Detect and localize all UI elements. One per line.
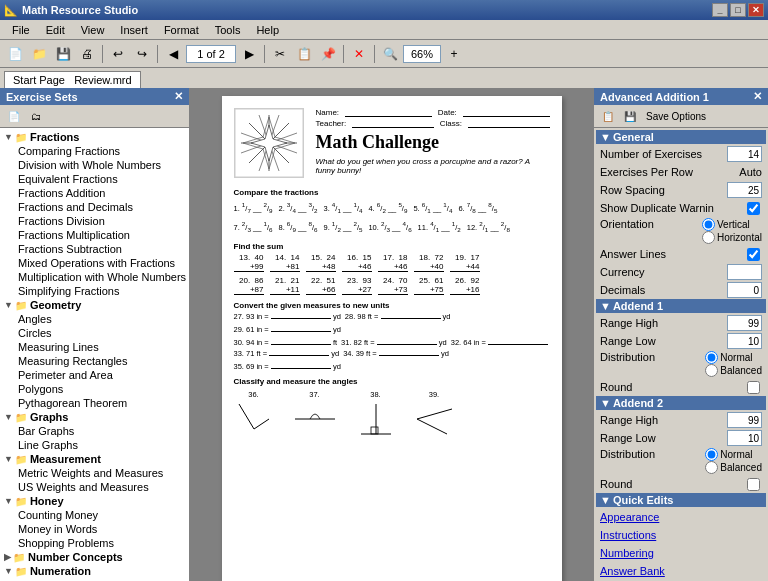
num-exercises-input[interactable] (727, 146, 762, 162)
close-button[interactable]: ✕ (748, 3, 764, 17)
doc-container[interactable]: Name: Date: Teacher: Class: Math Challen… (190, 88, 593, 581)
tree-item-comparing-fractions[interactable]: Comparing Fractions (16, 144, 187, 158)
save-button[interactable]: 💾 (52, 43, 74, 65)
section-addend1-header[interactable]: ▼ Addend 1 (596, 299, 766, 313)
zoom-input[interactable] (403, 45, 441, 63)
section-addend2-header[interactable]: ▼ Addend 2 (596, 396, 766, 410)
cut-button[interactable]: ✂ (269, 43, 291, 65)
menu-format[interactable]: Format (156, 22, 207, 38)
tree-parent-graphs[interactable]: ▼ 📁 Graphs (2, 410, 187, 424)
next-page-button[interactable]: ▶ (238, 43, 260, 65)
right-panel-close-icon[interactable]: ✕ (753, 90, 762, 103)
addend1-low-input[interactable] (727, 333, 762, 349)
addend1-balanced-radio[interactable] (705, 364, 718, 377)
row-spacing-input[interactable] (727, 182, 762, 198)
orientation-horizontal-radio[interactable] (702, 231, 715, 244)
redo-button[interactable]: ↪ (131, 43, 153, 65)
addend1-round-checkbox[interactable] (747, 381, 760, 394)
menu-edit[interactable]: Edit (38, 22, 73, 38)
left-panel-close-icon[interactable]: ✕ (174, 90, 183, 103)
tree-item-fractions-multiplication[interactable]: Fractions Multiplication (16, 228, 187, 242)
copy-button[interactable]: 📋 (293, 43, 315, 65)
tree-item-counting-money[interactable]: Counting Money (16, 508, 187, 522)
app-title: Math Resource Studio (22, 4, 138, 16)
tree-item-mixed-operations[interactable]: Mixed Operations with Fractions (16, 256, 187, 270)
tree-item-division-whole[interactable]: Division with Whole Numbers (16, 158, 187, 172)
answer-bank-link[interactable]: Answer Bank (600, 565, 762, 577)
menu-tools[interactable]: Tools (207, 22, 249, 38)
currency-input[interactable] (727, 264, 762, 280)
tree-item-fractions-decimals[interactable]: Fractions and Decimals (16, 200, 187, 214)
zoom-out-button[interactable]: 🔍 (379, 43, 401, 65)
section-quick-edits-header[interactable]: ▼ Quick Edits (596, 493, 766, 507)
tree-parent-geometry[interactable]: ▼ 📁 Geometry (2, 298, 187, 312)
tree-item-fractions-addition[interactable]: Fractions Addition (16, 186, 187, 200)
tree-item-polygons[interactable]: Polygons (16, 382, 187, 396)
tree-item-money-words[interactable]: Money in Words (16, 522, 187, 536)
addend1-normal-radio[interactable] (705, 351, 718, 364)
section-general-header[interactable]: ▼ General (596, 130, 766, 144)
right-toolbar-props-btn[interactable]: 📋 (598, 107, 618, 125)
menu-insert[interactable]: Insert (112, 22, 156, 38)
menu-help[interactable]: Help (248, 22, 287, 38)
tree-item-fractions-division[interactable]: Fractions Division (16, 214, 187, 228)
show-duplicate-checkbox[interactable] (747, 202, 760, 215)
tree-parent-measurement[interactable]: ▼ 📁 Measurement (2, 452, 187, 466)
folder-measurement-icon: 📁 (15, 454, 27, 465)
left-toolbar-btn-2[interactable]: 🗂 (26, 107, 46, 125)
frac-prob-10: 10. 2/3 __ 4/6 (368, 218, 411, 235)
addend2-high-input[interactable] (727, 412, 762, 428)
open-button[interactable]: 📁 (28, 43, 50, 65)
new-button[interactable]: 📄 (4, 43, 26, 65)
add-24: 24. 70 +73 (378, 276, 408, 295)
date-label: Date: (438, 108, 457, 117)
tree-item-mult-whole[interactable]: Multiplication with Whole Numbers (16, 270, 187, 284)
zoom-in-button[interactable]: + (443, 43, 465, 65)
addend1-high-input[interactable] (727, 315, 762, 331)
tree-parent-money[interactable]: ▼ 📁 Honey (2, 494, 187, 508)
tree-item-angles[interactable]: Angles (16, 312, 187, 326)
right-toolbar-save-btn[interactable]: 💾 (620, 107, 640, 125)
tab-review[interactable]: Start Page Review.mrd (4, 71, 141, 88)
print-button[interactable]: 🖨 (76, 43, 98, 65)
answer-lines-checkbox[interactable] (747, 248, 760, 261)
tree-item-shopping[interactable]: Shopping Problems (16, 536, 187, 550)
decimals-input[interactable] (727, 282, 762, 298)
tree-item-equivalent-fractions[interactable]: Equivalent Fractions (16, 172, 187, 186)
tree-item-measuring-lines[interactable]: Measuring Lines (16, 340, 187, 354)
tree-item-metric[interactable]: Metric Weights and Measures (16, 466, 187, 480)
delete-button[interactable]: ✕ (348, 43, 370, 65)
folder-numeration-icon: 📁 (15, 566, 27, 577)
tree-item-perimeter[interactable]: Perimeter and Area (16, 368, 187, 382)
tree-item-fractions-subtraction[interactable]: Fractions Subtraction (16, 242, 187, 256)
menu-file[interactable]: File (4, 22, 38, 38)
left-toolbar-btn-1[interactable]: 📄 (4, 107, 24, 125)
undo-button[interactable]: ↩ (107, 43, 129, 65)
addend2-balanced-radio[interactable] (705, 461, 718, 474)
window-controls[interactable]: _ □ ✕ (712, 3, 764, 17)
addend2-balanced-label: Balanced (720, 462, 762, 473)
tree-parent-number-concepts[interactable]: ▶ 📁 Number Concepts (2, 550, 187, 564)
minimize-button[interactable]: _ (712, 3, 728, 17)
addend2-normal-radio[interactable] (705, 448, 718, 461)
tree-item-circles[interactable]: Circles (16, 326, 187, 340)
page-nav-input[interactable] (186, 45, 236, 63)
tree-parent-fractions[interactable]: ▼ 📁 Fractions (2, 130, 187, 144)
tree-item-pythagorean[interactable]: Pythagorean Theorem (16, 396, 187, 410)
appearance-link[interactable]: Appearance (600, 511, 762, 523)
tree-item-bar-graphs[interactable]: Bar Graphs (16, 424, 187, 438)
orientation-vertical-radio[interactable] (702, 218, 715, 231)
maximize-button[interactable]: □ (730, 3, 746, 17)
addend2-round-checkbox[interactable] (747, 478, 760, 491)
tree-item-measuring-rect[interactable]: Measuring Rectangles (16, 354, 187, 368)
tree-item-us-weights[interactable]: US Weights and Measures (16, 480, 187, 494)
tree-parent-numeration[interactable]: ▼ 📁 Numeration (2, 564, 187, 578)
paste-button[interactable]: 📌 (317, 43, 339, 65)
tree-item-line-graphs[interactable]: Line Graphs (16, 438, 187, 452)
prev-page-button[interactable]: ◀ (162, 43, 184, 65)
addend2-low-input[interactable] (727, 430, 762, 446)
numbering-link[interactable]: Numbering (600, 547, 762, 559)
tree-item-simplifying[interactable]: Simplifying Fractions (16, 284, 187, 298)
menu-view[interactable]: View (73, 22, 113, 38)
instructions-link[interactable]: Instructions (600, 529, 762, 541)
